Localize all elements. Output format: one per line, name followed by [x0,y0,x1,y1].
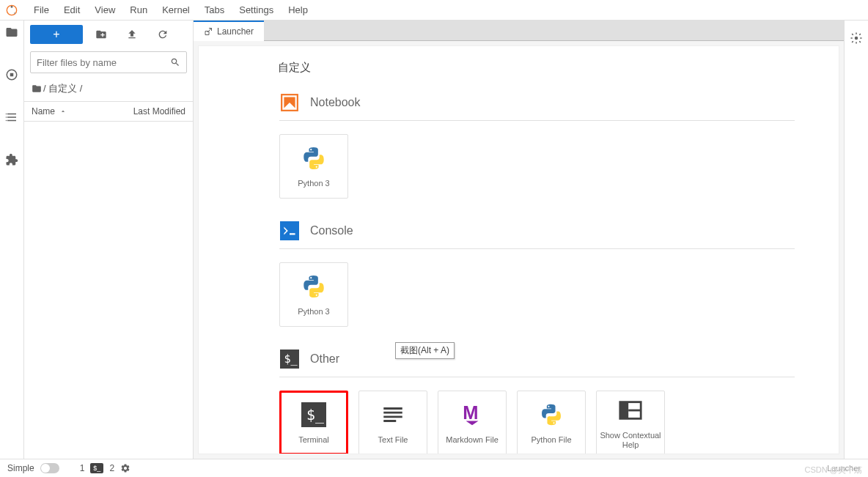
filter-input-field[interactable] [37,57,170,68]
menu-edit[interactable]: Edit [56,1,87,18]
col-name-header[interactable]: Name [32,106,133,117]
card-label: Show Contextual Help [597,431,664,450]
launcher-cwd: 自定义 [278,61,839,75]
text-file-icon [378,400,408,429]
svg-text:M: M [463,402,478,423]
refresh-icon[interactable] [156,28,169,41]
main-area: + / 自定义 / Name Last Modified Launcher [0,21,868,459]
launcher-body: 自定义 Notebook Python 3 Console [198,45,839,454]
card-label: Text File [375,435,411,445]
svg-text:$_: $_ [306,407,324,424]
status-right: CSDN @奕千殇 Launcher [818,464,861,473]
svg-rect-9 [280,221,299,240]
extensions-icon[interactable] [4,152,19,167]
menu-help[interactable]: Help [281,1,315,18]
terminal-count[interactable]: 2 [109,463,114,473]
filter-files-input[interactable] [30,51,187,73]
left-rail [0,21,24,459]
console-section-icon [279,221,300,241]
svg-point-5 [6,114,7,115]
console-card-row: Python 3 [279,262,839,327]
new-launcher-button[interactable]: + [30,25,83,44]
menu-settings[interactable]: Settings [232,1,281,18]
card-text-file[interactable]: Text File [358,391,427,454]
file-toolbar: + [24,21,193,48]
svg-point-18 [855,37,858,40]
svg-point-2 [14,12,15,14]
new-folder-icon[interactable] [95,28,108,41]
card-label: Terminal [295,435,332,445]
top-menu-bar: File Edit View Run Kernel Tabs Settings … [0,0,868,21]
svg-point-1 [11,6,13,8]
terminal-status-icon[interactable]: $_ [90,463,103,473]
svg-text:$_: $_ [284,352,298,366]
menu-tabs[interactable]: Tabs [197,1,232,18]
running-sessions-icon[interactable] [4,67,19,82]
simple-mode-toggle[interactable] [40,463,59,473]
other-section-icon: $_ [279,349,300,369]
notebook-card-row: Python 3 [279,134,839,199]
card-label: Python 3 [295,307,332,317]
section-other-title: Other [310,352,339,366]
card-label: Markdown File [443,435,501,445]
property-inspector-icon[interactable] [849,31,864,45]
terminal-icon: $_ [299,400,328,429]
content-area: Launcher 自定义 Notebook Python 3 Console [194,21,844,459]
section-notebook-title: Notebook [310,96,361,109]
card-python-file[interactable]: Python File [517,391,586,454]
python-icon [299,144,328,173]
jupyter-logo-icon [6,4,18,16]
sort-asc-icon [59,108,67,115]
search-icon [170,57,180,67]
file-browser-panel: + / 自定义 / Name Last Modified [24,21,194,459]
divider [279,377,795,377]
section-notebook-head: Notebook [279,92,839,113]
upload-icon[interactable] [125,28,139,41]
status-bar: Simple 1 $_ 2 CSDN @奕千殇 Launcher [0,459,868,477]
breadcrumb[interactable]: / 自定义 / [24,76,193,101]
right-rail [844,21,868,459]
tab-label: Launcher [217,26,254,37]
file-list-header: Name Last Modified [24,101,193,122]
notebook-section-icon [279,92,300,113]
section-console-title: Console [310,224,353,237]
menu-view[interactable]: View [87,1,122,18]
menu-run[interactable]: Run [122,1,155,18]
kernel-count[interactable]: 1 [80,463,85,473]
svg-point-7 [6,120,7,122]
menu-file[interactable]: File [26,1,56,18]
section-other-head: $_ Other [279,349,839,369]
tab-launcher[interactable]: Launcher [194,21,264,41]
toc-icon[interactable] [4,110,19,125]
divider [279,248,795,249]
python-icon [299,272,328,301]
csdn-watermark: CSDN @奕千殇 [805,465,862,476]
card-label: Python File [528,435,574,445]
divider [279,120,795,121]
help-panel-icon [616,396,645,425]
status-left: Simple 1 $_ 2 [7,463,130,473]
card-label: Python 3 [295,179,332,188]
screenshot-tooltip: 截图(Alt + A) [395,342,455,359]
svg-rect-4 [10,73,14,77]
svg-rect-16 [620,402,628,418]
breadcrumb-path: / 自定义 / [43,82,82,95]
settings-gear-icon[interactable] [120,463,130,473]
col-modified-header[interactable]: Last Modified [133,106,185,117]
folder-browser-icon[interactable] [4,25,19,40]
tab-bar: Launcher [194,21,844,41]
card-contextual-help[interactable]: Show Contextual Help [596,391,665,454]
other-card-row: $_ Terminal Text File M Markdown File Py… [279,391,839,454]
card-markdown-file[interactable]: M Markdown File [438,391,507,454]
card-notebook-python3[interactable]: Python 3 [279,134,348,199]
section-console-head: Console [279,221,839,241]
markdown-icon: M [457,400,487,429]
python-icon [537,400,566,429]
launcher-tab-icon [204,27,213,36]
card-console-python3[interactable]: Python 3 [279,262,348,327]
svg-point-6 [6,117,7,118]
simple-mode-label: Simple [7,463,34,473]
folder-icon [32,84,42,94]
menu-kernel[interactable]: Kernel [155,1,197,18]
card-terminal[interactable]: $_ Terminal [279,391,348,454]
